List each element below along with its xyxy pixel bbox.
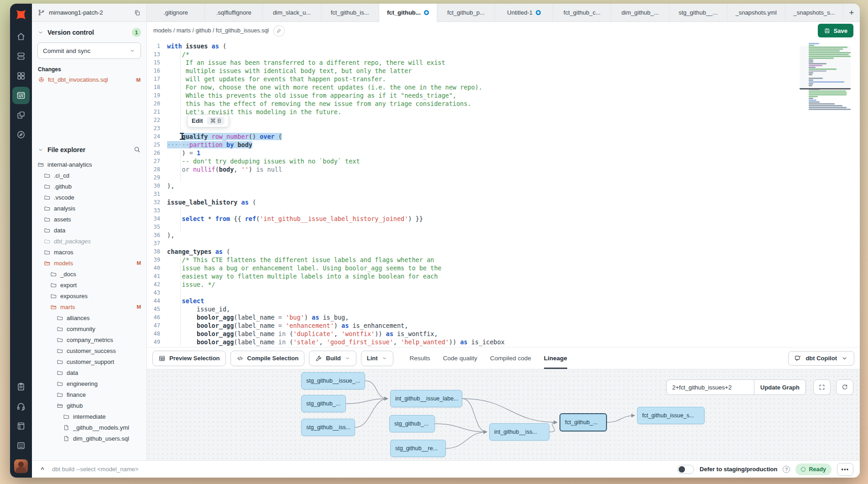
- user-avatar[interactable]: [14, 459, 28, 473]
- changed-file-item[interactable]: fct_dbt_invocations.sql M: [32, 74, 146, 85]
- code-line-27[interactable]: 27-- don't try deduping issues with no `…: [147, 157, 860, 165]
- code-line-45[interactable]: 45issue_id,: [147, 305, 860, 313]
- code-line-49[interactable]: 49boolor_agg(label_name in ('stale', 'go…: [147, 338, 860, 346]
- tree-item-alliances[interactable]: alliances: [32, 312, 146, 323]
- rail-item-environments[interactable]: [12, 47, 30, 65]
- commit-and-sync-select[interactable]: Commit and sync: [37, 42, 141, 59]
- lineage-node-stg_github_[interactable]: stg_github_...: [389, 415, 435, 432]
- preview-selection-button[interactable]: Preview Selection: [152, 351, 226, 366]
- tree-item-engineering[interactable]: engineering: [32, 378, 146, 389]
- tree-item-customer_support[interactable]: customer_support: [32, 356, 146, 367]
- code-line-44[interactable]: 44select: [147, 297, 860, 305]
- tree-item-internal-analytics[interactable]: internal-analytics: [32, 159, 146, 170]
- panel-tab-compiled-code[interactable]: Compiled code: [490, 347, 531, 369]
- code-line-41[interactable]: 41easiest way to flatten multiple labels…: [147, 272, 860, 280]
- code-line-18[interactable]: 18For now, choose the one with more rece…: [147, 83, 860, 91]
- version-control-header[interactable]: Version control 1: [32, 22, 146, 42]
- refresh-graph-button[interactable]: [836, 379, 853, 395]
- lineage-node-fct_github_issue_s[interactable]: fct_github_issue_s...: [637, 407, 705, 424]
- code-line-16[interactable]: 16multiple issues with identical body te…: [147, 67, 860, 75]
- code-line-40[interactable]: 40issue has a bug or enhancement label. …: [147, 264, 860, 272]
- tree-item-marts[interactable]: martsM: [32, 301, 146, 312]
- code-line-43[interactable]: 43: [147, 289, 860, 297]
- tree-item-macros[interactable]: macros: [32, 247, 146, 258]
- tab-_snapshots.yml[interactable]: _snapshots.yml: [727, 4, 785, 21]
- rail-item-support[interactable]: [12, 398, 30, 415]
- fullscreen-button[interactable]: [813, 379, 831, 395]
- tab-dim_slack_u...[interactable]: dim_slack_u...: [263, 4, 321, 21]
- edit-tooltip[interactable]: Edit ⌘ B: [187, 114, 229, 127]
- code-line-35[interactable]: 35: [147, 223, 860, 231]
- code-line-32[interactable]: 32issue_label_history as (: [147, 198, 860, 206]
- code-line-48[interactable]: 48boolor_agg(label_name in ('duplicate',…: [147, 330, 860, 338]
- tree-item-models[interactable]: modelsM: [32, 258, 146, 268]
- tab-dim_github_...[interactable]: dim_github_...: [611, 4, 669, 21]
- code-line-36[interactable]: 36),: [147, 231, 860, 239]
- tab-fct_github_c...[interactable]: fct_github_c...: [553, 4, 611, 21]
- code-line-26[interactable]: 26) = 1: [147, 149, 860, 157]
- update-graph-button[interactable]: Update Graph: [754, 379, 806, 395]
- code-line-20[interactable]: 20this has the effect of removing the ne…: [147, 100, 860, 108]
- defer-toggle[interactable]: [677, 465, 694, 474]
- code-line-47[interactable]: 47boolor_agg(label_name = 'enhancement')…: [147, 321, 860, 330]
- code-line-33[interactable]: 33: [147, 206, 860, 215]
- code-line-1[interactable]: 1with issues as (: [147, 42, 860, 50]
- panel-tab-code-quality[interactable]: Code quality: [443, 347, 477, 369]
- tree-item-export[interactable]: export: [32, 279, 146, 290]
- copy-branch-icon[interactable]: [134, 9, 141, 16]
- code-line-29[interactable]: 29: [147, 174, 860, 182]
- tree-item-finance[interactable]: finance: [32, 389, 146, 400]
- rail-item-dashboard[interactable]: [12, 67, 30, 84]
- lineage-node-int_github__issue_labe[interactable]: int_github__issue_labe...: [390, 390, 462, 407]
- command-input[interactable]: [52, 466, 672, 473]
- tree-item-dim_github_users.sql[interactable]: dim_github_users.sql: [32, 433, 146, 444]
- edit-path-icon[interactable]: [273, 25, 285, 37]
- lineage-node-stg_github__iss[interactable]: stg_github__iss...: [301, 419, 355, 436]
- tab-.sqlfluffignore[interactable]: .sqlfluffignore: [205, 4, 263, 21]
- tree-item-company_metrics[interactable]: company_metrics: [32, 334, 146, 345]
- lineage-selector-input[interactable]: [666, 379, 754, 395]
- lineage-node-stg_github__re[interactable]: stg_github__re...: [390, 440, 446, 457]
- tree-item-data[interactable]: data: [32, 225, 146, 236]
- save-button[interactable]: Save: [818, 24, 853, 37]
- minimap-viewport[interactable]: [800, 46, 851, 89]
- code-line-17[interactable]: 17will get updates for events that happe…: [147, 75, 860, 83]
- minimap[interactable]: [809, 43, 852, 110]
- tab-Untitled-1[interactable]: Untitled-1: [495, 4, 553, 21]
- tab-fct_github...[interactable]: fct_github...: [379, 4, 437, 22]
- tree-item-exposures[interactable]: exposures: [32, 290, 146, 301]
- rail-item-shortcuts[interactable]: [12, 437, 30, 454]
- help-icon[interactable]: ?: [783, 466, 790, 473]
- tab-fct_github_p...[interactable]: fct_github_p...: [437, 4, 495, 21]
- tree-item-_github__models.yml[interactable]: _github__models.yml: [32, 422, 146, 433]
- code-line-42[interactable]: 42issue. */: [147, 280, 860, 289]
- overflow-menu-button[interactable]: •••: [837, 463, 853, 476]
- tree-item-assets[interactable]: assets: [32, 214, 146, 225]
- tree-item-data[interactable]: data: [32, 367, 146, 378]
- dbt-copilot-button[interactable]: dbt Copilot: [788, 351, 854, 366]
- code-line-22[interactable]: 22: [147, 116, 860, 124]
- new-tab-button[interactable]: +: [843, 4, 860, 21]
- lineage-node-stg_github_[interactable]: stg_github_...: [301, 395, 346, 412]
- rail-item-notes[interactable]: [12, 378, 30, 395]
- code-line-25[interactable]: 25······partition by body: [147, 141, 860, 149]
- lineage-node-stg_github__issue_[interactable]: stg_github__issue_...: [301, 372, 365, 389]
- code-line-21[interactable]: 21Let's revisit this modeling in the fut…: [147, 108, 860, 116]
- tab-stg_github__...[interactable]: stg_github__...: [669, 4, 727, 21]
- lineage-node-int_github__iss[interactable]: int_github__iss...: [489, 423, 549, 441]
- branch-selector[interactable]: mirnawong1-patch-2: [32, 4, 147, 22]
- code-line-19[interactable]: 19While this prevents the old issue from…: [147, 91, 860, 100]
- tree-item-customer_success[interactable]: customer_success: [32, 345, 146, 356]
- tree-item-github[interactable]: github: [32, 400, 146, 411]
- code-line-24[interactable]: 24qualify row_number() over (: [147, 132, 860, 141]
- lineage-node-fct_github_[interactable]: fct_github_...: [559, 413, 607, 431]
- tree-item-intermediate[interactable]: intermediate: [32, 411, 146, 422]
- tree-item-.ci_cd[interactable]: .ci_cd: [32, 170, 146, 181]
- code-line-15[interactable]: 15If an issue has been transferred to a …: [147, 58, 860, 67]
- tab-_snapshots_s...[interactable]: _snapshots_s...: [785, 4, 843, 21]
- panel-tab-results[interactable]: Results: [410, 347, 430, 369]
- code-line-46[interactable]: 46boolor_agg(label_name = 'bug') as is_b…: [147, 313, 860, 321]
- tab-fct_github_is...[interactable]: fct_github_is...: [321, 4, 379, 21]
- panel-tab-lineage[interactable]: Lineage: [544, 347, 567, 369]
- code-editor[interactable]: 1with issues as (13/*15If an issue has b…: [147, 39, 860, 347]
